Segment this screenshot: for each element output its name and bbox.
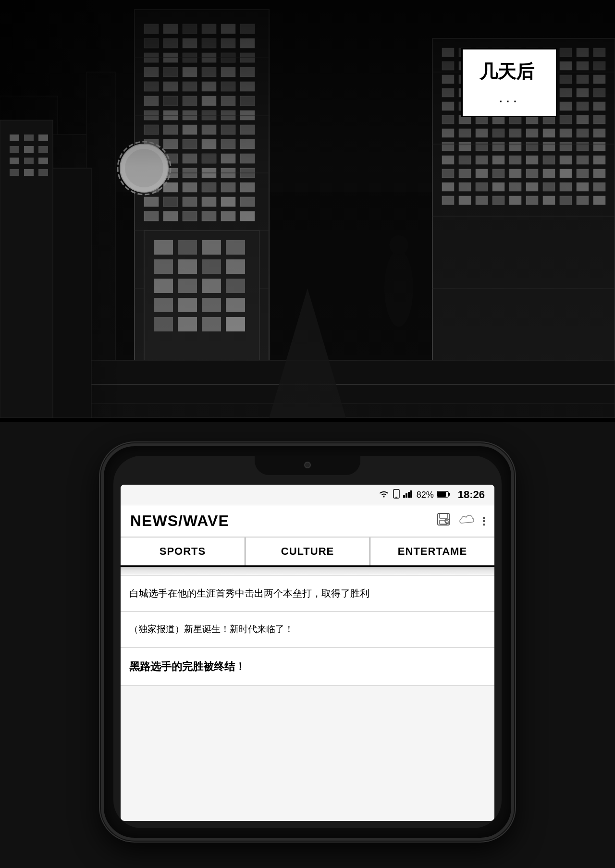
svg-rect-253 [0,120,53,418]
svg-rect-278 [440,513,447,518]
news-item-2[interactable]: （独家报道）新星诞生！新时代来临了！ [121,612,494,648]
wifi-icon [378,489,390,501]
phone-screen: 82% 18:26 [121,485,494,821]
svg-rect-254 [10,134,19,141]
signal-icon [403,490,414,500]
phone-screen-container: 82% 18:26 [113,456,502,828]
svg-rect-261 [24,158,34,164]
svg-rect-263 [10,169,19,176]
svg-rect-272 [408,492,410,498]
phone-camera [304,462,311,468]
speech-bubble-dots: ... [480,88,539,106]
status-icons: 82% 18:26 [378,489,485,501]
device-icon [393,489,400,501]
svg-rect-256 [38,134,48,141]
news-item-1[interactable]: 白城选手在他的生涯首秀中击出两个本垒打，取得了胜利 [121,575,494,612]
svg-rect-270 [403,495,405,498]
phone-power-button [512,566,514,605]
city-panel: 几天后 ... [0,0,615,418]
svg-rect-273 [410,490,412,498]
news-item-2-text: （独家报道）新星诞生！新时代来临了！ [129,623,486,636]
svg-point-267 [383,496,384,497]
svg-rect-260 [10,158,19,164]
svg-rect-271 [406,493,407,498]
tab-culture[interactable]: CULTURE [246,538,370,565]
tab-entertame[interactable]: ENTERTAME [370,538,494,565]
phone-device: 82% 18:26 [101,443,514,841]
svg-rect-262 [38,158,48,164]
more-options-icon[interactable] [483,514,485,528]
svg-rect-264 [24,169,34,176]
news-item-3[interactable]: 黑路选手的完胜被终结！ [121,648,494,686]
app-header: NEWS/WAVE [121,505,494,538]
phone-panel: 82% 18:26 [0,422,615,868]
panel-divider [0,418,615,422]
news-section: 白城选手在他的生涯首秀中击出两个本垒打，取得了胜利 （独家报道）新星诞生！新时代… [121,575,494,686]
phone-volume-button [101,542,103,571]
phone-notch [255,456,360,475]
news-item-1-text: 白城选手在他的生涯首秀中击出两个本垒打，取得了胜利 [129,586,486,600]
tab-sports[interactable]: SPORTS [121,538,246,565]
svg-rect-255 [24,134,34,141]
speech-bubble: 几天后 ... [461,48,557,117]
battery-percent: 82% [417,490,434,500]
cloud-icon[interactable] [459,513,474,528]
status-time: 18:26 [458,489,485,501]
news-item-3-text: 黑路选手的完胜被终结！ [129,659,486,674]
battery-icon [437,490,450,500]
svg-point-280 [445,519,450,524]
speech-bubble-line1: 几天后 [480,59,539,85]
svg-rect-257 [10,146,19,153]
save-icon[interactable] [437,513,450,529]
header-icons [437,513,485,529]
gradient-separator [121,567,494,575]
nav-tabs: SPORTS CULTURE ENTERTAME [121,538,494,567]
app-title: NEWS/WAVE [130,512,229,530]
status-bar: 82% 18:26 [121,485,494,505]
svg-rect-275 [437,492,446,497]
svg-rect-258 [24,146,34,153]
svg-rect-259 [38,146,48,153]
svg-rect-265 [38,169,48,176]
svg-rect-276 [448,493,450,496]
